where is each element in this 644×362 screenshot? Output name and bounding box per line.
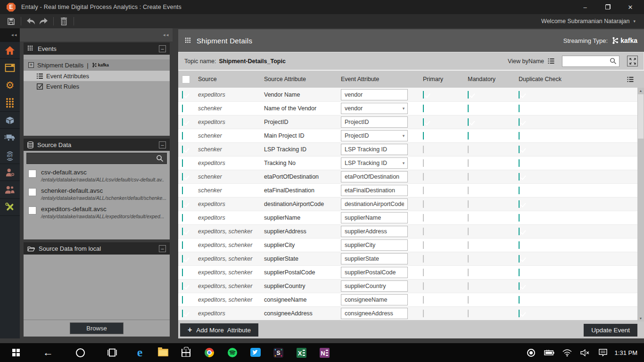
table-search-input[interactable]: [562, 58, 610, 65]
panel-collapse-button[interactable]: ◄◄: [20, 28, 173, 41]
source-file-checkbox[interactable]: [28, 170, 36, 178]
mandatory-checkbox[interactable]: [468, 91, 469, 99]
mandatory-checkbox[interactable]: [468, 241, 469, 249]
primary-checkbox[interactable]: [423, 105, 424, 112]
mandatory-checkbox[interactable]: [468, 269, 469, 276]
update-event-button[interactable]: Update Event: [584, 324, 637, 337]
source-file-item[interactable]: expeditors-default.avsc /entaly/datalake…: [26, 201, 167, 219]
view-by-list-icon[interactable]: [548, 58, 554, 64]
duplicate-check-checkbox[interactable]: [519, 146, 520, 153]
select-all-checkbox[interactable]: [182, 75, 190, 83]
primary-checkbox[interactable]: [423, 228, 424, 235]
tray-battery[interactable]: [540, 343, 558, 362]
mandatory-checkbox[interactable]: [468, 187, 469, 194]
mandatory-checkbox[interactable]: [468, 159, 469, 167]
event-attribute-input[interactable]: [341, 255, 407, 262]
row-select-checkbox[interactable]: [182, 214, 183, 222]
event-attribute-input[interactable]: [341, 187, 407, 194]
taskbar-slack[interactable]: S: [267, 343, 290, 362]
duplicate-check-checkbox[interactable]: [519, 214, 520, 222]
scroll-up-icon[interactable]: ▲: [637, 88, 644, 94]
primary-checkbox[interactable]: [423, 187, 424, 194]
event-attribute-input[interactable]: [341, 91, 407, 98]
delete-button[interactable]: [58, 16, 70, 26]
row-select-checkbox[interactable]: [182, 282, 183, 290]
browse-button[interactable]: Browse: [70, 322, 123, 334]
taskbar-excel[interactable]: X: [290, 343, 313, 362]
user-menu[interactable]: Welcome Subramanian Natarajan ▾: [541, 18, 639, 25]
source-file-checkbox[interactable]: [28, 188, 36, 196]
taskbar-file-explorer[interactable]: [151, 343, 174, 362]
event-attribute-input[interactable]: [341, 242, 407, 248]
source-file-item[interactable]: schenker-default.avsc /entaly/datalake/r…: [26, 182, 167, 201]
nav-window[interactable]: [0, 59, 20, 76]
taskbar-chrome[interactable]: [198, 343, 221, 362]
table-search[interactable]: [562, 56, 619, 67]
mandatory-checkbox[interactable]: [468, 146, 469, 153]
scrollbar-thumb[interactable]: [638, 94, 644, 139]
nav-settings[interactable]: ⚙: [0, 76, 20, 94]
task-view-button[interactable]: [96, 343, 128, 362]
dropdown-arrow-icon[interactable]: ▾: [400, 161, 407, 165]
taskbar-twitter[interactable]: [244, 343, 267, 362]
redo-button[interactable]: [37, 16, 50, 26]
table-menu-icon[interactable]: [627, 77, 634, 82]
mandatory-checkbox[interactable]: [468, 200, 469, 208]
restore-button[interactable]: [603, 4, 613, 11]
row-select-checkbox[interactable]: [182, 132, 183, 140]
duplicate-check-checkbox[interactable]: [519, 159, 520, 167]
duplicate-check-checkbox[interactable]: [519, 105, 520, 112]
rail-collapse-button[interactable]: ◄◄: [0, 28, 20, 41]
mandatory-checkbox[interactable]: [468, 118, 469, 126]
dropdown-arrow-icon[interactable]: ▾: [400, 106, 407, 111]
source-file-item[interactable]: csv-default.avsc /entaly/datalake/rawdat…: [26, 164, 167, 182]
duplicate-check-checkbox[interactable]: [519, 296, 520, 304]
nav-package[interactable]: [0, 111, 20, 129]
source-data-search-input[interactable]: [27, 155, 156, 162]
row-select-checkbox[interactable]: [182, 173, 183, 181]
event-attribute-input[interactable]: [341, 201, 407, 207]
duplicate-check-checkbox[interactable]: [519, 255, 520, 263]
duplicate-check-checkbox[interactable]: [519, 241, 520, 249]
duplicate-check-checkbox[interactable]: [519, 187, 520, 194]
nav-tools[interactable]: [0, 198, 20, 216]
tray-action-center[interactable]: [594, 343, 612, 362]
primary-checkbox[interactable]: [423, 241, 424, 249]
nav-logistics[interactable]: [0, 129, 20, 146]
primary-checkbox[interactable]: [423, 146, 424, 153]
primary-checkbox[interactable]: [423, 296, 424, 304]
primary-checkbox[interactable]: [423, 255, 424, 263]
duplicate-check-checkbox[interactable]: [519, 269, 520, 276]
save-button[interactable]: [5, 16, 17, 26]
primary-checkbox[interactable]: [423, 132, 424, 140]
row-select-checkbox[interactable]: [182, 105, 183, 112]
mandatory-checkbox[interactable]: [468, 296, 469, 304]
row-select-checkbox[interactable]: [182, 146, 183, 153]
mandatory-checkbox[interactable]: [468, 255, 469, 263]
tree-expand-icon[interactable]: +: [28, 62, 34, 68]
tray-wifi[interactable]: [558, 343, 576, 362]
dropdown-arrow-icon[interactable]: ▾: [400, 133, 407, 138]
row-select-checkbox[interactable]: [182, 296, 183, 304]
row-select-checkbox[interactable]: [182, 269, 183, 276]
event-attribute-input[interactable]: [341, 119, 407, 125]
event-attribute-input[interactable]: [341, 296, 407, 303]
duplicate-check-checkbox[interactable]: [519, 200, 520, 208]
mandatory-checkbox[interactable]: [468, 132, 469, 140]
primary-checkbox[interactable]: [423, 173, 424, 181]
row-select-checkbox[interactable]: [182, 91, 183, 99]
primary-checkbox[interactable]: [423, 200, 424, 208]
nav-iot[interactable]: IOT: [0, 146, 20, 164]
row-select-checkbox[interactable]: [182, 255, 183, 263]
tray-volume-muted[interactable]: [576, 343, 594, 362]
primary-checkbox[interactable]: [423, 269, 424, 276]
row-select-checkbox[interactable]: [182, 241, 183, 249]
duplicate-check-checkbox[interactable]: [519, 282, 520, 290]
event-attribute-input[interactable]: [341, 310, 407, 317]
row-select-checkbox[interactable]: [182, 228, 183, 235]
event-attribute-input[interactable]: [341, 269, 407, 276]
event-attribute-input[interactable]: [341, 132, 400, 139]
duplicate-check-checkbox[interactable]: [519, 118, 520, 126]
nav-users[interactable]: [0, 181, 20, 198]
tree-node-event-rules[interactable]: Event Rules: [24, 81, 170, 91]
